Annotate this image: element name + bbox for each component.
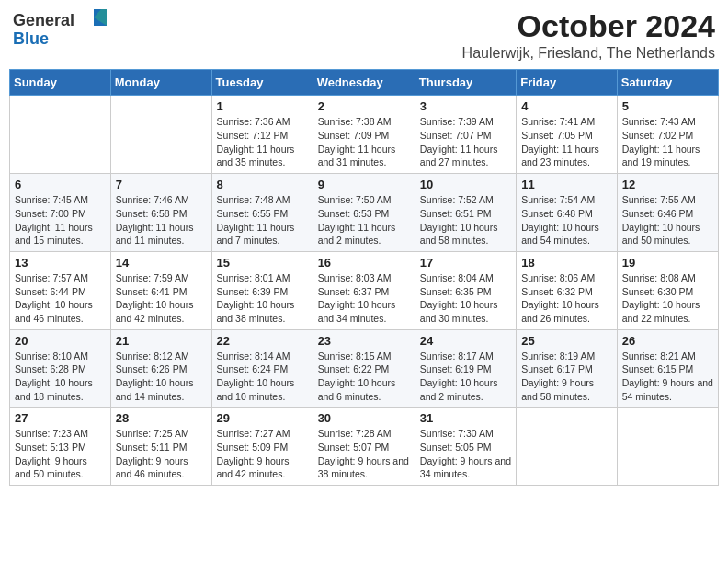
day-info: Sunrise: 8:21 AM Sunset: 6:15 PM Dayligh… — [622, 350, 713, 404]
calendar-cell — [517, 408, 618, 486]
day-number: 2 — [318, 99, 410, 113]
day-info: Sunrise: 8:08 AM Sunset: 6:30 PM Dayligh… — [622, 271, 713, 326]
day-number: 19 — [622, 256, 713, 270]
day-number: 23 — [318, 334, 410, 348]
day-number: 8 — [217, 178, 308, 191]
weekday-header-row: SundayMondayTuesdayWednesdayThursdayFrid… — [10, 70, 719, 96]
calendar-cell: 13Sunrise: 7:57 AM Sunset: 6:44 PM Dayli… — [10, 251, 111, 329]
day-number: 28 — [116, 411, 207, 425]
calendar-cell: 11Sunrise: 7:54 AM Sunset: 6:48 PM Dayli… — [517, 174, 618, 252]
day-number: 15 — [217, 256, 308, 270]
calendar-cell: 5Sunrise: 7:43 AM Sunset: 7:02 PM Daylig… — [617, 96, 718, 174]
day-number: 11 — [521, 178, 612, 191]
day-info: Sunrise: 7:28 AM Sunset: 5:07 PM Dayligh… — [318, 427, 410, 481]
calendar-cell: 7Sunrise: 7:46 AM Sunset: 6:58 PM Daylig… — [110, 174, 211, 252]
day-info: Sunrise: 7:38 AM Sunset: 7:09 PM Dayligh… — [318, 115, 410, 169]
day-info: Sunrise: 7:50 AM Sunset: 6:53 PM Dayligh… — [318, 193, 410, 247]
day-number: 13 — [15, 256, 106, 270]
weekday-header-tuesday: Tuesday — [211, 70, 313, 96]
calendar-cell: 2Sunrise: 7:38 AM Sunset: 7:09 PM Daylig… — [313, 96, 415, 174]
weekday-header-monday: Monday — [110, 70, 211, 96]
calendar-cell: 22Sunrise: 8:14 AM Sunset: 6:24 PM Dayli… — [211, 329, 313, 408]
calendar-cell: 12Sunrise: 7:55 AM Sunset: 6:46 PM Dayli… — [617, 174, 718, 252]
logo-blue-text: Blue — [13, 30, 49, 49]
week-row-4: 20Sunrise: 8:10 AM Sunset: 6:28 PM Dayli… — [10, 329, 719, 408]
weekday-header-wednesday: Wednesday — [313, 70, 415, 96]
day-info: Sunrise: 7:57 AM Sunset: 6:44 PM Dayligh… — [15, 271, 106, 326]
calendar-cell: 15Sunrise: 8:01 AM Sunset: 6:39 PM Dayli… — [211, 251, 313, 329]
day-number: 20 — [15, 334, 106, 348]
day-info: Sunrise: 8:17 AM Sunset: 6:19 PM Dayligh… — [420, 350, 511, 404]
day-info: Sunrise: 8:04 AM Sunset: 6:35 PM Dayligh… — [420, 271, 511, 326]
day-number: 18 — [521, 256, 612, 270]
day-info: Sunrise: 8:10 AM Sunset: 6:28 PM Dayligh… — [15, 350, 106, 404]
day-info: Sunrise: 7:48 AM Sunset: 6:55 PM Dayligh… — [217, 193, 308, 247]
logo-flag-icon — [81, 9, 107, 26]
day-number: 24 — [420, 334, 511, 348]
day-info: Sunrise: 8:12 AM Sunset: 6:26 PM Dayligh… — [116, 350, 207, 404]
calendar-cell: 28Sunrise: 7:25 AM Sunset: 5:11 PM Dayli… — [110, 408, 211, 486]
week-row-5: 27Sunrise: 7:23 AM Sunset: 5:13 PM Dayli… — [10, 408, 719, 486]
calendar-cell: 29Sunrise: 7:27 AM Sunset: 5:09 PM Dayli… — [211, 408, 313, 486]
day-info: Sunrise: 7:55 AM Sunset: 6:46 PM Dayligh… — [622, 193, 713, 247]
day-info: Sunrise: 8:15 AM Sunset: 6:22 PM Dayligh… — [318, 350, 410, 404]
day-number: 1 — [217, 99, 308, 113]
day-number: 6 — [15, 178, 106, 191]
calendar-cell: 20Sunrise: 8:10 AM Sunset: 6:28 PM Dayli… — [10, 329, 111, 408]
day-number: 14 — [116, 256, 207, 270]
day-info: Sunrise: 7:36 AM Sunset: 7:12 PM Dayligh… — [217, 115, 308, 169]
day-number: 30 — [318, 411, 410, 425]
week-row-1: 1Sunrise: 7:36 AM Sunset: 7:12 PM Daylig… — [10, 96, 719, 174]
logo-general-text: General — [13, 11, 74, 29]
day-info: Sunrise: 7:25 AM Sunset: 5:11 PM Dayligh… — [116, 427, 207, 481]
day-info: Sunrise: 7:45 AM Sunset: 7:00 PM Dayligh… — [15, 193, 106, 247]
day-number: 22 — [217, 334, 308, 348]
page-header: General Blue October 2024 Haulerwijk, Fr… — [9, 9, 719, 62]
day-number: 27 — [15, 411, 106, 425]
calendar-cell: 30Sunrise: 7:28 AM Sunset: 5:07 PM Dayli… — [313, 408, 415, 486]
calendar-cell: 26Sunrise: 8:21 AM Sunset: 6:15 PM Dayli… — [617, 329, 718, 408]
day-number: 26 — [622, 334, 713, 348]
calendar-cell: 4Sunrise: 7:41 AM Sunset: 7:05 PM Daylig… — [517, 96, 618, 174]
calendar-cell: 23Sunrise: 8:15 AM Sunset: 6:22 PM Dayli… — [313, 329, 415, 408]
day-info: Sunrise: 7:43 AM Sunset: 7:02 PM Dayligh… — [622, 115, 713, 169]
day-number: 3 — [420, 99, 511, 113]
day-info: Sunrise: 7:52 AM Sunset: 6:51 PM Dayligh… — [420, 193, 511, 247]
calendar-cell — [10, 96, 111, 174]
calendar-cell — [617, 408, 718, 486]
day-info: Sunrise: 7:27 AM Sunset: 5:09 PM Dayligh… — [217, 427, 308, 481]
day-info: Sunrise: 7:23 AM Sunset: 5:13 PM Dayligh… — [15, 427, 106, 481]
day-info: Sunrise: 8:03 AM Sunset: 6:37 PM Dayligh… — [318, 271, 410, 326]
day-number: 4 — [521, 99, 612, 113]
day-number: 7 — [116, 178, 207, 191]
calendar-table: SundayMondayTuesdayWednesdayThursdayFrid… — [9, 69, 719, 486]
calendar-cell: 17Sunrise: 8:04 AM Sunset: 6:35 PM Dayli… — [415, 251, 516, 329]
day-number: 29 — [217, 411, 308, 425]
day-number: 12 — [622, 178, 713, 191]
location-title: Haulerwijk, Friesland, The Netherlands — [462, 45, 715, 62]
day-info: Sunrise: 7:30 AM Sunset: 5:05 PM Dayligh… — [420, 427, 511, 481]
day-info: Sunrise: 7:46 AM Sunset: 6:58 PM Dayligh… — [116, 193, 207, 247]
week-row-3: 13Sunrise: 7:57 AM Sunset: 6:44 PM Dayli… — [10, 251, 719, 329]
title-block: October 2024 Haulerwijk, Friesland, The … — [462, 9, 715, 62]
month-title: October 2024 — [462, 9, 715, 43]
day-info: Sunrise: 8:19 AM Sunset: 6:17 PM Dayligh… — [521, 350, 612, 404]
week-row-2: 6Sunrise: 7:45 AM Sunset: 7:00 PM Daylig… — [10, 174, 719, 252]
day-number: 25 — [521, 334, 612, 348]
calendar-cell: 31Sunrise: 7:30 AM Sunset: 5:05 PM Dayli… — [415, 408, 516, 486]
calendar-cell — [110, 96, 211, 174]
calendar-cell: 16Sunrise: 8:03 AM Sunset: 6:37 PM Dayli… — [313, 251, 415, 329]
day-number: 17 — [420, 256, 511, 270]
day-info: Sunrise: 7:41 AM Sunset: 7:05 PM Dayligh… — [521, 115, 612, 169]
calendar-cell: 9Sunrise: 7:50 AM Sunset: 6:53 PM Daylig… — [313, 174, 415, 252]
weekday-header-thursday: Thursday — [415, 70, 516, 96]
calendar-cell: 1Sunrise: 7:36 AM Sunset: 7:12 PM Daylig… — [211, 96, 313, 174]
day-info: Sunrise: 7:59 AM Sunset: 6:41 PM Dayligh… — [116, 271, 207, 326]
day-number: 5 — [622, 99, 713, 113]
calendar-cell: 24Sunrise: 8:17 AM Sunset: 6:19 PM Dayli… — [415, 329, 516, 408]
calendar-cell: 8Sunrise: 7:48 AM Sunset: 6:55 PM Daylig… — [211, 174, 313, 252]
calendar-cell: 19Sunrise: 8:08 AM Sunset: 6:30 PM Dayli… — [617, 251, 718, 329]
weekday-header-saturday: Saturday — [617, 70, 718, 96]
day-info: Sunrise: 8:01 AM Sunset: 6:39 PM Dayligh… — [217, 271, 308, 326]
weekday-header-sunday: Sunday — [10, 70, 111, 96]
